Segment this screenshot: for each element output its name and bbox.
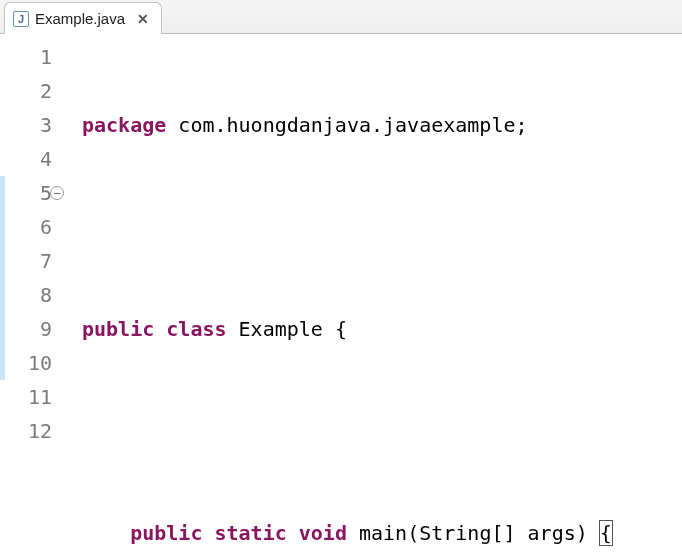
code-text: main(String[] args) xyxy=(347,521,600,545)
line-number: 10 xyxy=(28,351,52,375)
line-number: 11 xyxy=(28,385,52,409)
change-marker xyxy=(0,176,5,210)
keyword: public xyxy=(82,317,154,341)
keyword: package xyxy=(82,113,166,137)
line-number: 2 xyxy=(40,79,52,103)
change-marker xyxy=(0,244,5,278)
editor-tab[interactable]: J Example.java ✕ xyxy=(4,2,162,34)
line-number: 8 xyxy=(40,283,52,307)
line-number: 6 xyxy=(40,215,52,239)
change-marker xyxy=(0,210,5,244)
change-marker xyxy=(0,278,5,312)
code-text: com.huongdanjava.javaexample; xyxy=(166,113,527,137)
line-number-gutter: 1 2 3 4 5− 6 7 8 9 10 11 12 xyxy=(0,40,62,560)
line-number: 9 xyxy=(40,317,52,341)
keyword: void xyxy=(299,521,347,545)
code-panel: 1 2 3 4 5− 6 7 8 9 10 11 12 package com.… xyxy=(0,34,682,560)
line-number: 12 xyxy=(28,419,52,443)
tab-filename: Example.java xyxy=(35,10,125,27)
change-marker xyxy=(0,312,5,346)
code-content[interactable]: package com.huongdanjava.javaexample; pu… xyxy=(62,40,682,560)
close-icon[interactable]: ✕ xyxy=(137,11,149,27)
change-marker xyxy=(0,346,5,380)
keyword: static xyxy=(214,521,286,545)
matched-brace: { xyxy=(600,521,612,545)
code-text: Example { xyxy=(227,317,347,341)
line-number: 1 xyxy=(40,45,52,69)
line-number: 3 xyxy=(40,113,52,137)
editor-area: J Example.java ✕ 1 2 3 4 5− 6 7 8 9 10 1… xyxy=(0,0,682,560)
keyword: class xyxy=(166,317,226,341)
tab-bar: J Example.java ✕ xyxy=(0,0,682,34)
line-number: 4 xyxy=(40,147,52,171)
keyword: public xyxy=(130,521,202,545)
java-file-icon: J xyxy=(13,11,29,27)
fold-toggle-icon[interactable]: − xyxy=(50,186,64,200)
line-number: 7 xyxy=(40,249,52,273)
